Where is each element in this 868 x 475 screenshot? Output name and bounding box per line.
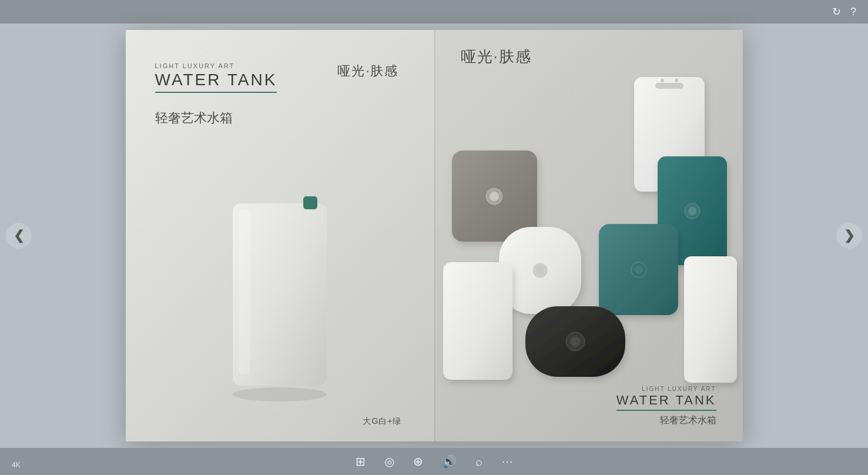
left-subtitle: LIGHT LUXURY ART — [155, 62, 277, 69]
right-bottom-brand: LIGHT LUXURY ART WATER TANK 轻奢艺术水箱 — [616, 386, 716, 427]
svg-rect-3 — [239, 209, 250, 374]
svg-point-19 — [635, 266, 643, 274]
svg-rect-23 — [443, 262, 512, 380]
svg-point-16 — [536, 266, 544, 275]
brand-main-title: WATER TANK — [616, 393, 716, 411]
main-area: ❮ LIGHT LUXURY ART WATER TANK 轻奢艺术水箱 哑光·… — [0, 24, 868, 448]
svg-point-0 — [233, 387, 327, 402]
left-bottom-label: 大G白+绿 — [363, 416, 401, 427]
svg-point-10 — [490, 192, 499, 201]
refresh-icon[interactable]: ↻ — [832, 5, 841, 18]
book-spread: LIGHT LUXURY ART WATER TANK 轻奢艺术水箱 哑光·肤感 — [126, 30, 743, 441]
svg-rect-24 — [684, 256, 737, 383]
nav-arrow-right[interactable]: ❯ — [836, 223, 862, 249]
book-spine — [434, 30, 436, 441]
page-number: 4K — [12, 461, 21, 469]
bottom-bar: ⊞ ◎ ⊕ 🔊 ⌕ ⋯ — [0, 448, 868, 475]
left-chinese-title: 轻奢艺术水箱 — [155, 109, 277, 127]
zoom-in-icon[interactable]: ⊕ — [413, 454, 423, 469]
left-title-area: LIGHT LUXURY ART WATER TANK 轻奢艺术水箱 — [155, 62, 277, 127]
search-icon[interactable]: ⌕ — [475, 455, 482, 469]
top-bar: ↻ ? — [0, 0, 868, 24]
svg-rect-5 — [655, 83, 683, 89]
grid-icon[interactable]: ⊞ — [356, 454, 366, 469]
more-icon[interactable]: ⋯ — [501, 454, 513, 469]
svg-point-13 — [688, 207, 696, 215]
left-main-title: WATER TANK — [155, 71, 277, 93]
tank-tall-svg — [215, 186, 344, 403]
svg-rect-2 — [303, 196, 317, 209]
left-matte-text: 哑光·肤感 — [337, 62, 398, 80]
volume-icon[interactable]: 🔊 — [442, 454, 457, 469]
svg-point-7 — [675, 79, 678, 82]
brand-subtitle: LIGHT LUXURY ART — [616, 386, 716, 392]
svg-point-6 — [661, 79, 664, 82]
nav-arrow-left[interactable]: ❮ — [6, 223, 32, 249]
svg-point-22 — [570, 336, 581, 347]
page-right: 哑光·肤感 — [434, 30, 743, 441]
brand-chinese-title: 轻奢艺术水箱 — [616, 414, 716, 427]
circle-icon[interactable]: ◎ — [384, 454, 394, 469]
tank-left-container — [215, 183, 344, 406]
page-left: LIGHT LUXURY ART WATER TANK 轻奢艺术水箱 哑光·肤感 — [126, 30, 434, 441]
help-icon[interactable]: ? — [850, 6, 856, 18]
products-svg — [434, 30, 743, 441]
